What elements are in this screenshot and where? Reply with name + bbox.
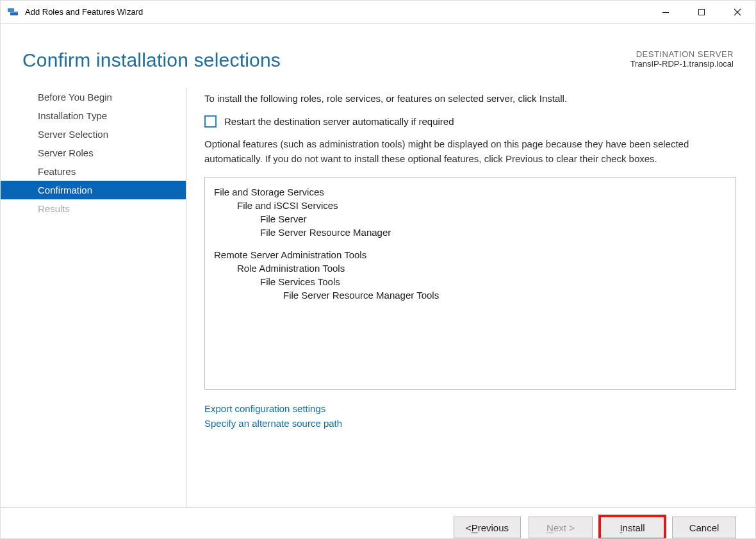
- selections-listbox[interactable]: File and Storage Services File and iSCSI…: [204, 177, 736, 390]
- next-button: Next >: [529, 517, 593, 538]
- sidebar-item-installation-type[interactable]: Installation Type: [1, 106, 186, 125]
- page-title: Confirm installation selections: [22, 49, 281, 71]
- list-item: File Server: [214, 213, 729, 224]
- list-item: Remote Server Administration Tools: [214, 249, 729, 260]
- destination-server: TransIP-RDP-1.transip.local: [630, 59, 734, 69]
- app-icon: [7, 6, 19, 18]
- previous-button[interactable]: < Previous: [454, 517, 521, 538]
- body: Before You Begin Installation Type Serve…: [1, 71, 755, 507]
- footer: < Previous Next > Install Cancel: [1, 507, 755, 539]
- main-panel: To install the following roles, role ser…: [186, 88, 755, 507]
- destination-block: DESTINATION SERVER TransIP-RDP-1.transip…: [630, 49, 734, 69]
- list-item: File Services Tools: [214, 276, 729, 287]
- titlebar: Add Roles and Features Wizard: [1, 1, 755, 24]
- list-item: Role Administration Tools: [214, 263, 729, 274]
- sidebar-item-results: Results: [1, 199, 186, 218]
- maximize-button[interactable]: [684, 1, 719, 23]
- svg-rect-3: [662, 12, 669, 13]
- close-button[interactable]: [719, 1, 755, 23]
- window-title: Add Roles and Features Wizard: [25, 7, 143, 17]
- header: Confirm installation selections DESTINAT…: [1, 24, 755, 71]
- alternate-source-link[interactable]: Specify an alternate source path: [204, 416, 736, 431]
- export-settings-link[interactable]: Export configuration settings: [204, 401, 736, 416]
- window-controls: [648, 1, 755, 23]
- list-item: File Server Resource Manager Tools: [214, 290, 729, 301]
- sidebar-item-server-roles[interactable]: Server Roles: [1, 144, 186, 162]
- sidebar-item-confirmation[interactable]: Confirmation: [1, 181, 186, 199]
- list-item: File and iSCSI Services: [214, 200, 729, 211]
- install-button[interactable]: Install: [600, 517, 664, 538]
- restart-checkbox[interactable]: [204, 115, 217, 128]
- intro-text: To install the following roles, role ser…: [204, 93, 736, 104]
- links: Export configuration settings Specify an…: [204, 401, 736, 431]
- sidebar: Before You Begin Installation Type Serve…: [1, 88, 186, 507]
- sidebar-item-server-selection[interactable]: Server Selection: [1, 125, 186, 144]
- sidebar-item-features[interactable]: Features: [1, 162, 186, 181]
- restart-row: Restart the destination server automatic…: [204, 115, 736, 128]
- restart-label: Restart the destination server automatic…: [224, 116, 454, 127]
- sidebar-item-before-you-begin[interactable]: Before You Begin: [1, 88, 186, 106]
- optional-features-note: Optional features (such as administratio…: [204, 137, 736, 167]
- svg-rect-4: [699, 9, 705, 15]
- destination-label: DESTINATION SERVER: [630, 49, 734, 59]
- minimize-button[interactable]: [648, 1, 684, 23]
- cancel-button[interactable]: Cancel: [672, 517, 736, 538]
- list-item: File and Storage Services: [214, 187, 729, 197]
- list-item: File Server Resource Manager: [214, 227, 729, 238]
- svg-rect-2: [10, 12, 18, 13]
